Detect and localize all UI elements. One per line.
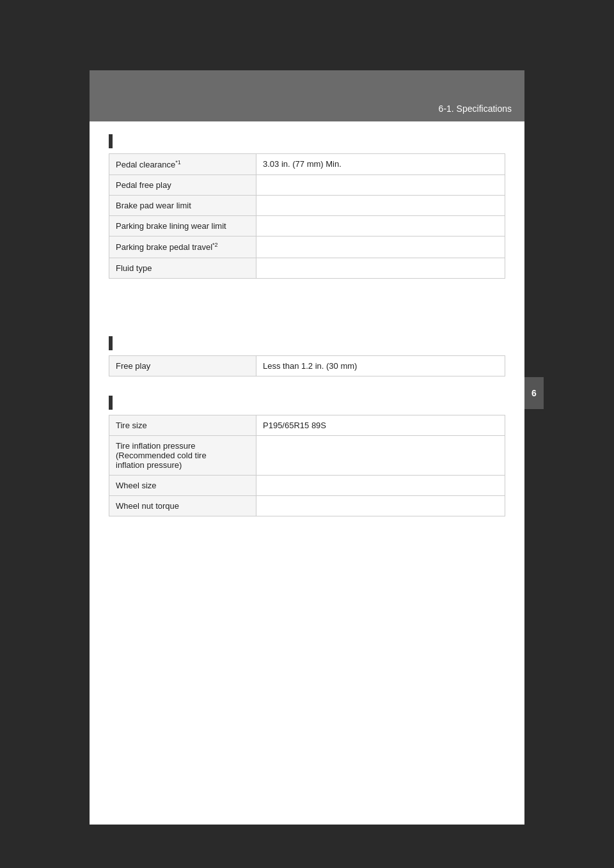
tires-nut-torque-value xyxy=(256,495,505,516)
tires-size-label: Tire size xyxy=(109,415,256,435)
brakes-section-header xyxy=(109,134,505,148)
tab-number: 6 xyxy=(531,388,537,398)
brakes-pedal-free-play-label: Pedal free play xyxy=(109,175,256,196)
tires-table: Tire size P195/65R15 89S Tire inflation … xyxy=(109,415,505,516)
brakes-pedal-clearance-value: 3.03 in. (77 mm) Min. xyxy=(256,154,505,175)
tires-wheel-size-label: Wheel size xyxy=(109,475,256,495)
tires-section-header xyxy=(109,396,505,410)
table-row: Wheel size xyxy=(109,475,505,495)
tires-nut-torque-label: Wheel nut torque xyxy=(109,495,256,516)
header-bar: 6-1. Specifications xyxy=(90,70,524,121)
brakes-parking-lining-label: Parking brake lining wear limit xyxy=(109,216,256,236)
table-row: Parking brake pedal travel*2 xyxy=(109,236,505,258)
clutch-section: Free play Less than 1.2 in. (30 mm) xyxy=(109,336,505,376)
table-row: Pedal free play xyxy=(109,175,505,196)
tires-inflation-label: Tire inflation pressure(Recommended cold… xyxy=(109,435,256,475)
brakes-fluid-type-value xyxy=(256,258,505,278)
page-container: 6-1. Specifications Pedal clearance*1 3.… xyxy=(0,70,614,868)
brakes-parking-pedal-label: Parking brake pedal travel*2 xyxy=(109,236,256,258)
brakes-parking-pedal-value xyxy=(256,236,505,258)
brakes-fluid-type-label: Fluid type xyxy=(109,258,256,278)
header-title: 6-1. Specifications xyxy=(439,104,512,114)
brakes-section-indicator xyxy=(109,134,113,148)
tires-section: Tire size P195/65R15 89S Tire inflation … xyxy=(109,396,505,516)
tires-wheel-size-value xyxy=(256,475,505,495)
content-area: Pedal clearance*1 3.03 in. (77 mm) Min. … xyxy=(90,121,524,825)
brakes-section: Pedal clearance*1 3.03 in. (77 mm) Min. … xyxy=(109,134,505,279)
table-row: Pedal clearance*1 3.03 in. (77 mm) Min. xyxy=(109,154,505,175)
tab-6-indicator: 6 xyxy=(524,377,544,409)
spacer-1 xyxy=(109,298,505,336)
table-row: Tire inflation pressure(Recommended cold… xyxy=(109,435,505,475)
clutch-free-play-value: Less than 1.2 in. (30 mm) xyxy=(256,355,505,376)
brakes-table: Pedal clearance*1 3.03 in. (77 mm) Min. … xyxy=(109,153,505,279)
clutch-section-indicator xyxy=(109,336,113,350)
table-row: Fluid type xyxy=(109,258,505,278)
clutch-section-header xyxy=(109,336,505,350)
table-row: Tire size P195/65R15 89S xyxy=(109,415,505,435)
table-row: Free play Less than 1.2 in. (30 mm) xyxy=(109,355,505,376)
brakes-parking-lining-value xyxy=(256,216,505,236)
clutch-free-play-label: Free play xyxy=(109,355,256,376)
brakes-pad-wear-label: Brake pad wear limit xyxy=(109,196,256,216)
tires-inflation-value xyxy=(256,435,505,475)
brakes-pad-wear-value xyxy=(256,196,505,216)
brakes-pedal-free-play-value xyxy=(256,175,505,196)
table-row: Parking brake lining wear limit xyxy=(109,216,505,236)
table-row: Wheel nut torque xyxy=(109,495,505,516)
brakes-pedal-clearance-label: Pedal clearance*1 xyxy=(109,154,256,175)
tires-section-indicator xyxy=(109,396,113,410)
table-row: Brake pad wear limit xyxy=(109,196,505,216)
tires-size-value: P195/65R15 89S xyxy=(256,415,505,435)
clutch-table: Free play Less than 1.2 in. (30 mm) xyxy=(109,355,505,376)
